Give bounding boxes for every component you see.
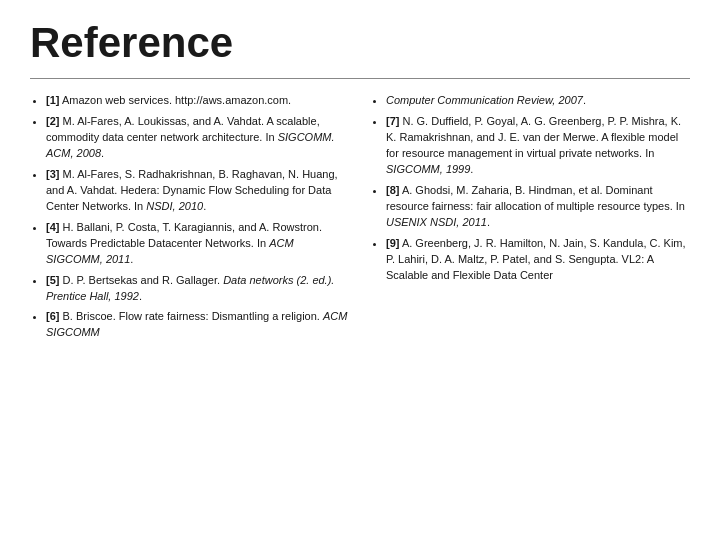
- divider: [30, 78, 690, 79]
- page-title: Reference: [30, 20, 690, 66]
- list-item: [7] N. G. Duffield, P. Goyal, A. G. Gree…: [386, 114, 690, 178]
- columns: [1] Amazon web services. http://aws.amaz…: [30, 93, 690, 346]
- list-item: [3] M. Al-Fares, S. Radhakrishnan, B. Ra…: [46, 167, 350, 215]
- right-column: Computer Communication Review, 2007. [7]…: [370, 93, 690, 346]
- page: Reference [1] Amazon web services. http:…: [0, 0, 720, 540]
- list-item: Computer Communication Review, 2007.: [386, 93, 690, 109]
- list-item: [9] A. Greenberg, J. R. Hamilton, N. Jai…: [386, 236, 690, 284]
- list-item: [5] D. P. Bertsekas and R. Gallager. Dat…: [46, 273, 350, 305]
- list-item: [6] B. Briscoe. Flow rate fairness: Dism…: [46, 309, 350, 341]
- list-item: [2] M. Al-Fares, A. Loukissas, and A. Va…: [46, 114, 350, 162]
- list-item: [4] H. Ballani, P. Costa, T. Karagiannis…: [46, 220, 350, 268]
- list-item: [1] Amazon web services. http://aws.amaz…: [46, 93, 350, 109]
- list-item: [8] A. Ghodsi, M. Zaharia, B. Hindman, e…: [386, 183, 690, 231]
- left-column: [1] Amazon web services. http://aws.amaz…: [30, 93, 350, 346]
- right-reference-list: Computer Communication Review, 2007. [7]…: [370, 93, 690, 283]
- left-reference-list: [1] Amazon web services. http://aws.amaz…: [30, 93, 350, 341]
